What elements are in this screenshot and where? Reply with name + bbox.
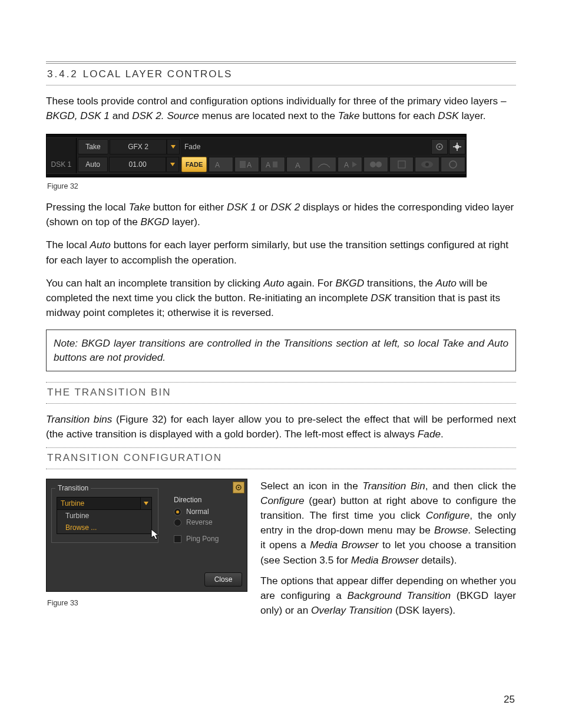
fade-preset-button[interactable]: FADE (181, 157, 207, 172)
t: Auto (90, 239, 111, 251)
svg-rect-6 (240, 161, 246, 168)
t: BKGD (141, 216, 170, 228)
para-4: You can halt an incomplete transition by… (46, 276, 516, 320)
gear-icon[interactable] (431, 139, 448, 154)
source-dropdown[interactable]: GFX 2 (110, 139, 167, 154)
heading-transition-bin: THE TRANSITION BIN (46, 382, 516, 404)
page-number: 25 (504, 694, 515, 706)
transition-thumb[interactable] (441, 157, 465, 172)
radio-normal[interactable]: Normal (174, 508, 219, 516)
svg-text:A: A (215, 161, 220, 169)
transition-thumb[interactable]: A (338, 157, 362, 172)
svg-text:A: A (344, 161, 349, 169)
t: and (110, 110, 132, 121)
t: Configure (426, 509, 470, 521)
svg-point-17 (425, 163, 429, 166)
direction-group: Direction Normal Reverse Ping Pong (174, 496, 219, 545)
dsk-row-upper: Take GFX 2 Fade (47, 138, 466, 156)
svg-point-13 (370, 162, 376, 167)
t: layer). (169, 216, 200, 228)
dropdown-caret-icon[interactable] (166, 157, 179, 172)
t: Auto (435, 277, 456, 289)
svg-point-20 (238, 487, 240, 489)
para-5: Transition bins (Figure 32) for each lay… (46, 412, 516, 442)
t: DSK 2 (271, 201, 300, 213)
para-2: Pressing the local Take button for eithe… (46, 200, 516, 229)
t: BKGD, DSK 1 (46, 110, 110, 121)
menu-item-turbine[interactable]: Turbine (57, 510, 151, 522)
dropdown-caret-icon[interactable] (167, 139, 180, 154)
figure-33-caption: Figure 33 (47, 599, 247, 607)
svg-point-2 (438, 146, 440, 148)
position-icon[interactable] (449, 139, 465, 154)
dsk-row-lower: DSK 1 Auto 01.00 FADE A A A A A (47, 156, 466, 173)
menu-item-browse[interactable]: Browse ... (57, 522, 151, 533)
duration-field[interactable]: 01.00 (109, 157, 166, 172)
t: (DSK layers). (392, 604, 455, 616)
gear-icon[interactable] (233, 482, 244, 493)
layer-label: DSK 1 (47, 156, 77, 173)
take-button[interactable]: Take (78, 139, 108, 154)
transition-thumb[interactable]: A (234, 157, 259, 172)
t: again. For (284, 277, 335, 289)
svg-marker-21 (144, 502, 148, 505)
section-number: 3.4.2 (47, 68, 83, 80)
t: DSK (371, 292, 391, 304)
radio-icon (174, 519, 181, 526)
transition-fieldset: Transition Turbine Turbine Browse ... (51, 484, 158, 543)
t: buttons for each layer perform similarly… (46, 239, 508, 265)
radio-label: Normal (186, 508, 209, 516)
t: (Figure 32) for each layer allow you to … (46, 413, 516, 440)
para-3: The local Auto buttons for each layer pe… (46, 238, 516, 267)
t: transitions, the (364, 277, 435, 289)
checkbox-icon (174, 535, 181, 543)
t: buttons for each (360, 110, 438, 121)
t: Auto (263, 277, 284, 289)
checkbox-pingpong[interactable]: Ping Pong (174, 535, 219, 543)
fieldset-legend: Transition (55, 484, 91, 492)
figure-32-caption: Figure 32 (47, 182, 516, 190)
section-heading: 3.4.2LOCAL LAYER CONTROLS (46, 65, 516, 85)
row-label-blank (47, 138, 77, 156)
close-button[interactable]: Close (204, 572, 242, 587)
para-6: Select an icon in the Transition Bin, an… (260, 479, 516, 568)
svg-point-14 (376, 162, 382, 167)
svg-text:A: A (295, 161, 300, 170)
transition-thumb[interactable] (312, 157, 336, 172)
para-7: The options that appear differ depending… (260, 574, 516, 618)
transition-thumb[interactable] (363, 157, 388, 172)
t: Background Transition (347, 589, 451, 601)
t: Media Browser (351, 554, 419, 566)
dropdown-caret-icon[interactable] (140, 498, 151, 509)
transition-thumb[interactable] (389, 157, 414, 172)
svg-marker-22 (151, 529, 158, 539)
auto-button[interactable]: Auto (78, 157, 108, 172)
t: Media Browser (310, 539, 378, 551)
t: Configure (260, 495, 305, 506)
transition-thumb[interactable]: A (260, 157, 285, 172)
dropdown-menu: Turbine Browse ... (57, 510, 152, 534)
t: . (441, 428, 444, 440)
select-value: Turbine (57, 498, 140, 509)
transition-thumb[interactable] (415, 157, 439, 172)
t: The local (46, 239, 90, 251)
cursor-icon (151, 529, 160, 541)
para-1: These tools provide control and configur… (46, 94, 516, 123)
figure-33-panel: Transition Turbine Turbine Browse ... (46, 479, 247, 592)
t: Fade (418, 428, 441, 440)
transition-thumb[interactable]: A (286, 157, 311, 172)
radio-icon (174, 508, 181, 516)
transition-select[interactable]: Turbine (57, 497, 152, 510)
svg-marker-0 (171, 145, 176, 149)
radio-reverse[interactable]: Reverse (174, 518, 219, 526)
t: You can halt an incomplete transition by… (46, 277, 263, 289)
t: details). (418, 554, 457, 566)
transition-thumb[interactable]: A (209, 157, 233, 172)
svg-rect-9 (273, 162, 277, 167)
t: button for either (150, 201, 227, 213)
figure-32-screenshot: Take GFX 2 Fade DSK 1 Auto 01.00 FADE A … (46, 134, 467, 177)
section-rule (46, 61, 516, 64)
t: These tools provide control and configur… (46, 95, 507, 107)
t: or (256, 201, 271, 213)
fade-label: Fade (181, 138, 217, 156)
